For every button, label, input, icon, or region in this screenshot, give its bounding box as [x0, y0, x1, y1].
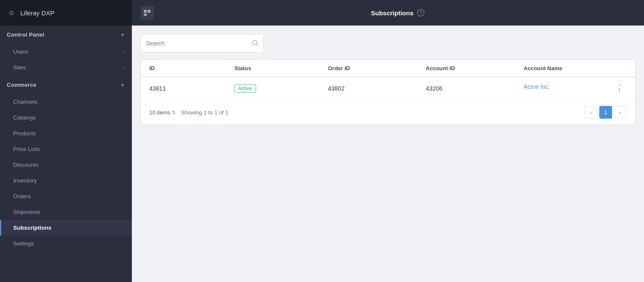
- menu-toggle-icon[interactable]: [140, 6, 154, 20]
- app-name: Liferay DXP: [20, 9, 54, 17]
- cell-status: Active: [234, 84, 328, 93]
- sidebar-item-sites[interactable]: Sites ›: [0, 60, 132, 75]
- shipments-label: Shipments: [13, 209, 40, 215]
- inventory-label: Inventory: [13, 177, 37, 184]
- catalogs-label: Catalogs: [13, 114, 36, 121]
- pagination-bar: 10 items ⇅ Showing 1 to 1 of 1 ‹ 1 ›: [141, 100, 635, 125]
- sidebar-item-discounts[interactable]: Discounts: [0, 157, 132, 173]
- svg-rect-2: [144, 14, 147, 16]
- price-lists-label: Price Lists: [13, 146, 40, 152]
- sidebar-item-catalogs[interactable]: Catalogs: [0, 110, 132, 125]
- commerce-label: Commerce: [7, 82, 37, 88]
- sidebar-item-shipments[interactable]: Shipments: [0, 204, 132, 220]
- pagination-prev-button[interactable]: ‹: [585, 106, 598, 119]
- svg-point-3: [253, 40, 257, 45]
- pagination-controls: ‹ 1 ›: [585, 106, 627, 119]
- sidebar-section-control-panel-header[interactable]: Control Panel ▼: [0, 26, 132, 44]
- settings-label: Settings: [13, 240, 34, 247]
- pagination-page-1-button[interactable]: 1: [599, 106, 612, 119]
- header-account-name: Account Name: [524, 65, 627, 71]
- orders-label: Orders: [13, 193, 31, 199]
- sidebar-section-commerce: Commerce ▼ Channels Catalogs Products Pr…: [0, 76, 132, 252]
- topbar-title-area: Subscriptions ?: [160, 9, 635, 17]
- sidebar-header: ⊙ Liferay DXP: [0, 0, 132, 26]
- control-panel-label: Control Panel: [7, 31, 44, 38]
- channels-label: Channels: [13, 99, 37, 105]
- sidebar-item-products[interactable]: Products: [0, 125, 132, 141]
- users-arrow: ›: [123, 49, 125, 54]
- sidebar-item-price-lists[interactable]: Price Lists: [0, 141, 132, 157]
- sidebar-item-users[interactable]: Users ›: [0, 44, 132, 60]
- showing-text: Showing 1 to 1 of 1: [181, 109, 228, 116]
- logo-icon: ⊙: [7, 8, 16, 17]
- page-title: Subscriptions: [371, 9, 413, 17]
- sidebar-item-inventory[interactable]: Inventory: [0, 173, 132, 188]
- sidebar-item-subscriptions[interactable]: Subscriptions: [0, 220, 132, 236]
- subscriptions-table: ID Status Order ID Account ID Account Na…: [140, 60, 635, 125]
- items-per-page-label: 10 items: [149, 109, 170, 116]
- products-label: Products: [13, 130, 36, 137]
- account-name-value: Acme Inc.: [524, 83, 550, 90]
- svg-line-4: [256, 44, 258, 46]
- topbar: Subscriptions ?: [132, 0, 644, 26]
- commerce-chevron: ▼: [120, 83, 125, 88]
- sites-label: Sites: [13, 64, 26, 71]
- discounts-label: Discounts: [13, 162, 38, 168]
- status-badge: Active: [234, 84, 256, 93]
- cell-account-id: 43206: [426, 85, 524, 92]
- content-area: ID Status Order ID Account ID Account Na…: [132, 26, 644, 282]
- row-actions-button[interactable]: ⋮: [612, 83, 627, 94]
- sidebar-section-commerce-header[interactable]: Commerce ▼: [0, 76, 132, 94]
- search-input[interactable]: [146, 40, 249, 47]
- pagination-next-button[interactable]: ›: [614, 106, 627, 119]
- svg-rect-1: [148, 10, 151, 13]
- cell-order-id: 43802: [328, 85, 426, 92]
- header-status: Status: [234, 65, 328, 71]
- subscriptions-label: Subscriptions: [13, 225, 51, 231]
- items-per-page-icon: ⇅: [172, 110, 176, 115]
- header-account-id: Account ID: [426, 65, 524, 71]
- header-order-id: Order ID: [328, 65, 426, 71]
- row-actions: ⋮: [612, 83, 627, 94]
- cell-id: 43811: [149, 85, 234, 92]
- sites-arrow: ›: [123, 65, 125, 70]
- sidebar-item-channels[interactable]: Channels: [0, 94, 132, 110]
- sidebar-item-settings[interactable]: Settings: [0, 236, 132, 251]
- control-panel-chevron: ▼: [120, 32, 125, 37]
- cell-account-name: Acme Inc. ⋮: [524, 83, 627, 94]
- header-id: ID: [149, 65, 234, 71]
- sidebar-item-orders[interactable]: Orders: [0, 188, 132, 204]
- sidebar: ⊙ Liferay DXP Control Panel ▼ Users › Si…: [0, 0, 132, 282]
- table-row: 43811 Active 43802 43206 Acme Inc. ⋮: [141, 77, 635, 100]
- svg-rect-0: [144, 10, 147, 13]
- help-icon[interactable]: ?: [417, 9, 425, 17]
- items-per-page-selector[interactable]: 10 items ⇅: [149, 109, 176, 116]
- main-content: Subscriptions ? ID Status Order ID Accou…: [132, 0, 644, 282]
- search-icon: [252, 40, 258, 47]
- search-bar: [140, 34, 264, 53]
- sidebar-section-control-panel: Control Panel ▼ Users › Sites ›: [0, 26, 132, 76]
- users-label: Users: [13, 48, 28, 55]
- table-header: ID Status Order ID Account ID Account Na…: [141, 60, 635, 77]
